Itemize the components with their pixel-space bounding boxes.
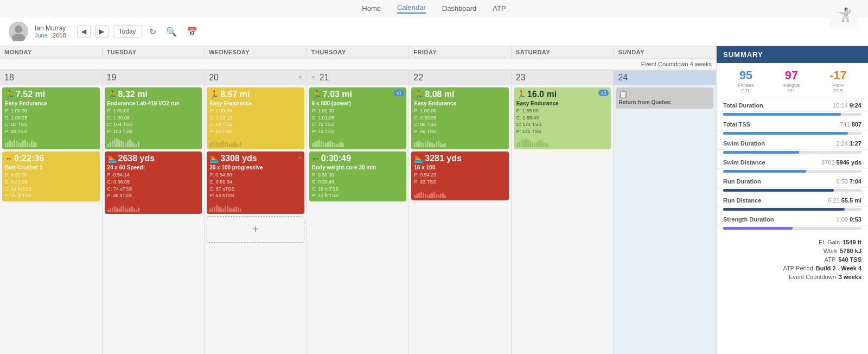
fitness-label: Fitness [738,83,754,88]
workout-distance: 0:22:36 [14,154,44,163]
nav-home[interactable]: Home [362,4,381,12]
swim-icon: 🏊 [209,154,219,163]
stat-values: 1:00 0:53 [837,216,862,223]
day-20-menu[interactable]: ≡ [298,74,302,81]
workout-name: Easy Endurance [209,100,302,106]
stat-label: Total TSS [723,121,750,128]
workout-card-18-run[interactable]: 🏃 7.52 mi Easy Endurance P: 1:00:00C: 1:… [2,87,100,149]
workout-distance: 3308 yds [220,154,257,163]
workout-distance: 8.57 mi [220,90,250,99]
workout-card-23-run[interactable]: x2 🏃 16.0 mi Easy Endurance P: 1:55:00C:… [514,87,611,149]
workout-card-21-run[interactable]: x1 🏃 7.03 mi 6 x 800 (power) P: 1:00:00C… [309,87,407,149]
header-tuesday: TUESDAY [103,46,205,58]
search-button[interactable]: 🔍 [163,25,180,39]
stat-label: Run Distance [723,197,761,204]
workout-stats: P: 1:00:00C: 1:00:06C: 104 TSSP: 103 TSS [107,108,200,135]
day-20: 20 ≡ 🏃 8.57 mi Easy Endurance P: 1:00:00… [205,71,307,354]
workout-stats: P: 1:55:00C: 1:58:49C: 174 TSSP: 145 TSS [516,108,609,135]
calendar-header: Ian Murray June 2018 ◀ ▶ Today ↻ 🔍 📅 [0,17,868,46]
stat-total-duration: Total Duration 10:14 9:24 [717,99,868,112]
workout-name: Body weight-core 30 min [312,165,404,170]
stat-bar-swim-duration [717,150,868,156]
header-thursday: THURSDAY [307,46,410,58]
day-number-18: 18 [0,71,102,85]
workout-distance: 7.03 mi [323,90,352,99]
workout-card-22-run[interactable]: 🏃 8.08 mi Easy Endurance P: 1:00:00C: 0:… [411,87,509,149]
workout-distance: 2638 yds [118,154,155,163]
extra-stat-event-countdown: Event Countdown 3 weeks [723,273,861,281]
event-countdown-bar: Event Countdown 4 weeks [0,59,716,70]
avatar [9,22,28,41]
top-nav: Home Calendar Dashboard ATP 🤺 [0,0,868,17]
workout-stats: P: 0:30:00C: 0:22:36C: 14 hrTSSP: 25 hrT… [5,172,97,199]
today-button[interactable]: Today [113,26,142,37]
sidebar-summary: SUMMARY 95 Fitness CTL 97 Fatigue ATL -1… [716,46,868,354]
stat-value: 5760 kJ [840,248,861,254]
mini-chart [312,136,404,147]
workout-stats: P: 1:00:00C: 1:00:25C: 82 TSSP: 68 TSS [5,108,97,135]
workout-stats: P: 0:54:30C: 0:50:34C: 87 sTSSP: 63 sTSS [209,172,302,199]
extra-stat-el-gain: El. Gain 1549 ft [723,238,861,246]
workout-card-21-strength[interactable]: ↔ 0:30:49 Body weight-core 30 min P: 0:3… [309,151,407,201]
mini-chart [107,136,200,147]
workout-card-20-run[interactable]: 🏃 8.57 mi Easy Endurance P: 1:00:00C: 1:… [207,87,304,149]
stat-total-tss: Total TSS 741 807 [717,118,868,131]
workout-name: Butt Crusher 1 [5,165,97,170]
workout-name: 6 x 800 (power) [312,100,404,106]
mini-chart [5,136,97,147]
header-sunday: SUNDAY [614,46,716,58]
workout-name: 16 x 100 [414,165,506,170]
workout-card-19-swim[interactable]: 🏊 2638 yds 24 x 60 Speed! P: 0:54:14C: 0… [105,151,202,213]
day-number-20: 20 ≡ [205,71,307,85]
fitness-value: 95 [738,68,754,83]
workout-distance: 8.08 mi [425,90,454,99]
prev-button[interactable]: ◀ [77,26,91,37]
day-number-23: 23 [512,71,614,85]
run-icon: 🏃 [516,90,526,99]
stat-values: 10:14 9:24 [833,102,861,109]
workout-menu-icon[interactable]: ≡ [298,154,302,160]
calendar-icon-button[interactable]: 📅 [184,25,200,39]
workout-card-18-strength[interactable]: ↔ 0:22:36 Butt Crusher 1 P: 0:30:00C: 0:… [2,151,100,201]
nav-atp[interactable]: ATP [493,4,506,12]
badge-x1: x1 [394,90,405,96]
day-23: 23 x2 🏃 16.0 mi Easy Endurance P: 1:55:0… [512,71,614,354]
stat-label: Total Duration [723,102,763,109]
swim-icon: 🏊 [107,154,117,163]
stat-run-duration: Run Duration 6:50 7:04 [717,175,868,188]
workout-card-19-run[interactable]: 🏃 8.32 mi Endurance Lab 419 VO2 run P: 1… [105,87,202,149]
nav-dashboard[interactable]: Dashboard [442,4,477,12]
workout-card-20-swim[interactable]: ≡ 🏊 3308 yds 20 x 100 progressive P: 0:5… [207,151,304,213]
workout-distance: 7.52 mi [16,90,45,99]
stat-label: El. Gain [819,239,840,245]
add-workout-button[interactable]: + [207,216,304,243]
stat-bar-total-duration [717,112,868,118]
stat-label: Swim Duration [723,140,765,147]
form-item: -17 Form TSB [829,68,847,93]
extra-stat-atp-period: ATP Period Build 2 - Week 4 [723,264,861,273]
nav-calendar[interactable]: Calendar [397,3,426,14]
workout-stats: P: 1:00:00C: 1:01:08C: 72 TSSP: 72 TSS [312,108,404,135]
workout-stats: P: 1:00:00C: 0:59:56C: 86 TSSP: 68 TSS [414,108,506,135]
day-22: 22 🏃 8.08 mi Easy Endurance P: 1:00:00C:… [409,71,512,354]
refresh-button[interactable]: ↻ [146,25,159,39]
fatigue-label: Fatigue [783,83,800,88]
header-monday: MONDAY [0,46,103,58]
workout-name: Easy Endurance [5,100,97,106]
stat-bar-run-distance [717,207,868,213]
stat-label: Work [824,248,837,254]
stat-values: 6:50 7:04 [837,178,862,185]
next-button[interactable]: ▶ [95,26,108,37]
calendar-week: 18 🏃 7.52 mi Easy Endurance P: 1:00:00C:… [0,70,716,354]
stat-label: ATP [825,256,836,263]
calendar-body: MONDAY TUESDAY WEDNESDAY THURSDAY FRIDAY… [0,46,868,354]
stat-values: 2:24 1:27 [837,140,862,147]
calendar-main: MONDAY TUESDAY WEDNESDAY THURSDAY FRIDAY… [0,46,716,354]
workout-card-22-swim[interactable]: 🏊 3281 yds 16 x 100 P: 0:54:23P: 63 TSS [411,151,509,200]
day-21-menu-icon[interactable]: ≡ [311,74,315,81]
strength-icon: ↔ [312,154,320,163]
workout-card-24-event[interactable]: 📋 Return from Quebec [616,87,713,109]
year-label: 2018 [53,32,66,39]
workout-stats: P: 1:00:00C: 1:03:12C: 94 TSSP: 68 TSS [209,108,302,135]
user-info: Ian Murray June 2018 [35,24,66,39]
